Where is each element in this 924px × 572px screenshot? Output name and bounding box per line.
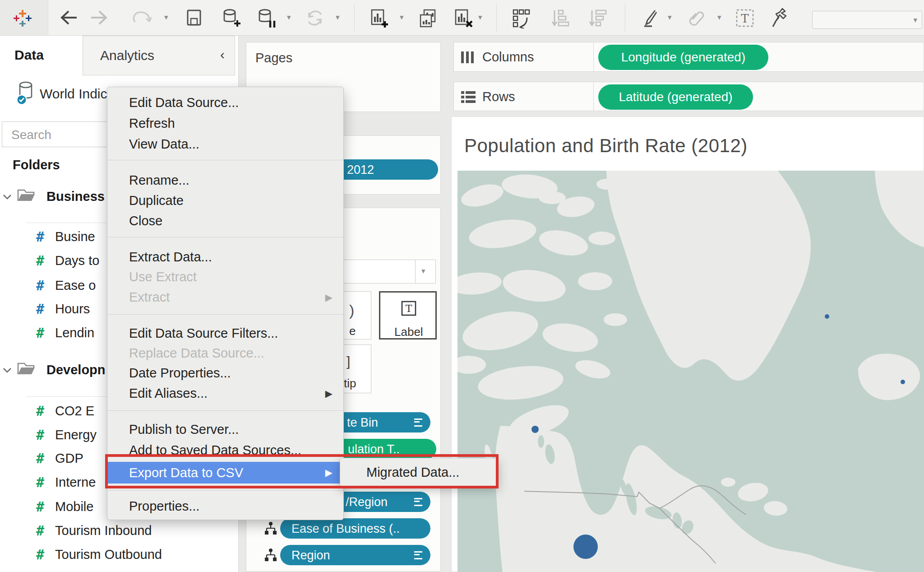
columns-pill-longitude[interactable]: Longitude (generated) (598, 45, 768, 70)
chevron-down-icon (421, 266, 425, 276)
menu-item-edit-data-source-filters[interactable]: Edit Data Source Filters... (107, 323, 343, 344)
menu-item-publish-to-server[interactable]: Publish to Server... (107, 419, 343, 440)
back-button[interactable] (59, 9, 79, 27)
menu-item-refresh[interactable]: Refresh (107, 113, 343, 134)
sort-ascending-button[interactable] (550, 9, 570, 27)
field-label: Energy (55, 428, 97, 442)
field-label: Ease o (55, 278, 96, 293)
menu-item-replace-data-source: Replace Data Source... (107, 343, 343, 363)
marks-pill-label: Region (291, 548, 330, 562)
number-field-icon (36, 301, 55, 317)
menu-item-label: Extract Data... (129, 250, 212, 265)
menu-item-view-data[interactable]: View Data... (107, 134, 343, 154)
menu-item-properties[interactable]: Properties... (107, 496, 343, 516)
rows-pill-latitude[interactable]: Latitude (generated) (598, 84, 753, 110)
new-worksheet-button[interactable] (369, 9, 389, 27)
menu-separator (107, 314, 343, 315)
mark-type-dropdown-caret[interactable] (415, 260, 436, 284)
columns-shelf-label: Columns (482, 50, 534, 65)
group-button[interactable] (687, 9, 707, 27)
number-field-icon (36, 325, 55, 341)
toolbar-view-dropdown[interactable] (812, 11, 922, 29)
number-field-icon (36, 253, 55, 269)
menu-item-edit-aliases[interactable]: Edit Aliases... (107, 383, 343, 404)
number-field-icon (36, 403, 55, 419)
menu-item-label: Extract (129, 290, 170, 305)
menu-item-label: Rename... (129, 173, 189, 188)
marks-pill-region[interactable]: Region (280, 545, 430, 565)
export-csv-submenu: Migrated Data... (340, 458, 499, 487)
forward-button[interactable] (89, 9, 109, 27)
refresh-caret[interactable] (336, 13, 340, 22)
new-worksheet-caret[interactable] (400, 13, 404, 22)
field-row[interactable]: Tourism Outbound (36, 547, 235, 562)
label-T-icon: T (401, 301, 417, 316)
forward-arrow-icon (89, 9, 109, 27)
tableau-desktop-window: T Data Analytics World Indic Folders (0, 0, 924, 572)
field-label: Busine (55, 229, 95, 244)
field-label: Tourism Inbound (55, 523, 152, 538)
pause-updates-caret[interactable] (287, 13, 291, 22)
marks-pill-ease-of-business[interactable]: Ease of Business (.. (280, 518, 430, 539)
redo-icon (131, 9, 152, 27)
new-worksheet-icon (369, 9, 390, 28)
submenu-item-migrated-data[interactable]: Migrated Data... (340, 458, 498, 486)
menu-item-extract-data[interactable]: Extract Data... (107, 247, 343, 267)
map-mark-dot[interactable] (531, 426, 539, 433)
menu-item-edit-data-source[interactable]: Edit Data Source... (107, 93, 343, 113)
fix-axes-button[interactable] (770, 7, 790, 25)
redo-dropdown-caret[interactable] (164, 13, 168, 22)
data-source-name[interactable]: World Indic (40, 86, 107, 102)
menu-item-duplicate[interactable]: Duplicate (107, 191, 343, 211)
toolbar-divider (625, 4, 625, 32)
refresh-button[interactable] (305, 9, 325, 27)
tooltip-icon-fragment: ] (346, 354, 350, 369)
number-field-icon (36, 547, 55, 563)
field-row[interactable]: Tourism Inbound (36, 523, 235, 538)
pause-data-updates-icon (256, 9, 277, 28)
menu-item-export-data-to-csv[interactable]: Export Data to CSV (107, 462, 343, 484)
map-mark-dot[interactable] (825, 314, 829, 319)
columns-shelf[interactable]: Columns Longitude (generated) (453, 42, 924, 72)
save-button[interactable] (184, 9, 204, 27)
columns-icon (460, 51, 476, 64)
menu-item-add-to-saved-data-sources[interactable]: Add to Saved Data Sources... (107, 440, 343, 460)
field-label: CO2 E (55, 404, 94, 419)
label-button[interactable]: T Label (379, 291, 437, 339)
data-source-icon (16, 81, 37, 105)
group-caret[interactable] (717, 13, 721, 22)
highlight-caret[interactable] (668, 13, 672, 22)
new-data-source-button[interactable] (221, 9, 241, 27)
clear-worksheet-button[interactable] (453, 9, 473, 27)
duplicate-worksheet-button[interactable] (418, 9, 438, 27)
rows-shelf[interactable]: Rows Latitude (generated) (453, 82, 924, 111)
hierarchy-icon (264, 548, 277, 563)
tooltip-button-label: tip (344, 377, 356, 391)
swap-rows-columns-button[interactable] (512, 9, 531, 27)
collapse-pane-icon[interactable] (220, 47, 225, 62)
sort-descending-button[interactable] (588, 9, 608, 27)
highlight-button[interactable] (640, 9, 660, 27)
show-mark-labels-button[interactable]: T (735, 8, 754, 26)
redo-button[interactable] (131, 9, 151, 27)
clear-worksheet-caret[interactable] (478, 13, 482, 22)
menu-item-close[interactable]: Close (107, 211, 343, 231)
filter-pill-label: 2012 (347, 163, 374, 177)
map-mark-dot[interactable] (573, 535, 598, 559)
tab-analytics[interactable]: Analytics (83, 36, 235, 75)
map-mark-dot[interactable] (901, 380, 905, 384)
menu-separator (107, 237, 343, 237)
menu-item-label: Edit Data Source... (129, 95, 239, 110)
pause-updates-button[interactable] (256, 9, 276, 27)
tableau-logo-button[interactable] (0, 0, 48, 35)
menu-item-rename[interactable]: Rename... (107, 170, 343, 191)
menu-item-date-properties[interactable]: Date Properties... (107, 363, 343, 383)
sort-ascending-icon (550, 9, 570, 28)
chevron-down-icon[interactable] (2, 194, 12, 200)
field-label: Hours (55, 302, 90, 316)
back-arrow-icon (59, 9, 79, 27)
tab-data[interactable]: Data (14, 47, 44, 63)
rows-icon (460, 90, 476, 104)
map-view[interactable] (457, 171, 924, 572)
chevron-down-icon[interactable] (2, 367, 12, 373)
